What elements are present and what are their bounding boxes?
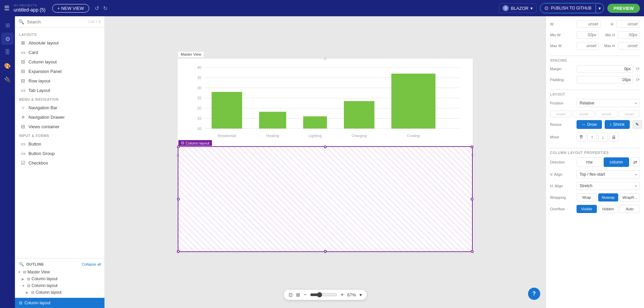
max-w-value[interactable]: unset xyxy=(577,42,599,50)
component-item-column[interactable]: ⊟ Column layout xyxy=(15,57,104,66)
unset-cell-2[interactable]: unset xyxy=(596,111,617,117)
sidebar-item-layers[interactable]: ⊞ xyxy=(1,19,14,31)
direction-row-button[interactable]: row xyxy=(577,157,602,167)
component-item-checkbox[interactable]: ☑ Checkbox xyxy=(15,158,104,168)
search-input[interactable] xyxy=(27,19,86,24)
move-down-button[interactable]: ↓ xyxy=(598,132,608,142)
tree-expand-master: ▼ xyxy=(18,270,22,274)
unset-cell-3[interactable]: unset xyxy=(619,111,640,117)
sidebar-item-palette[interactable]: 🎨 xyxy=(1,60,14,72)
right-panel: W unset H unset Min W 50px Min H 50px Ma… xyxy=(546,16,644,308)
component-label-checkbox: Checkbox xyxy=(28,160,48,166)
margin-value[interactable]: 0px xyxy=(577,65,633,73)
zoom-slider[interactable] xyxy=(310,292,337,297)
margin-label: Margin xyxy=(550,67,574,71)
publish-label: PUBLISH TO GITHUB xyxy=(551,6,591,11)
direction-column-button[interactable]: column xyxy=(604,157,629,167)
menu-icon[interactable]: ☰ xyxy=(4,4,9,12)
component-item-tab[interactable]: ▭ Tab Layout xyxy=(15,85,104,95)
component-item-button[interactable]: ▭ Button xyxy=(15,139,104,149)
component-item-navbar[interactable]: ○ Navigation Bar xyxy=(15,103,104,112)
absolute-icon: ⊞ xyxy=(20,40,26,45)
handle-top-right[interactable] xyxy=(471,146,473,148)
margin-sync-icon[interactable]: ⟳ xyxy=(636,66,640,72)
component-item-buttongroup[interactable]: ▭ Button Group xyxy=(15,149,104,158)
resize-edit-button[interactable]: ✎ xyxy=(632,120,642,129)
w-value[interactable]: unset xyxy=(577,20,601,28)
h-align-dropdown[interactable]: Stretch ▾ xyxy=(577,182,640,190)
component-item-navdrawer[interactable]: ≡ Navigation Drawer xyxy=(15,112,104,122)
handle-top-center[interactable] xyxy=(324,146,327,148)
zoom-dropdown-icon[interactable]: ▾ xyxy=(359,292,362,297)
svg-text:35: 35 xyxy=(197,76,201,80)
zoom-out-button[interactable]: − xyxy=(304,292,307,298)
overflow-hidden-button[interactable]: Hidden xyxy=(598,205,619,213)
bottom-selected-bar[interactable]: ⊟ Column layout xyxy=(15,298,104,308)
wrap-button[interactable]: Wrap xyxy=(577,193,597,201)
preview-button[interactable]: PREVIEW xyxy=(607,4,640,13)
tree-item-col3[interactable]: ▶ ⊟ Column layout xyxy=(15,289,104,296)
fit-icon[interactable]: ⊡ xyxy=(289,292,293,297)
tree-item-master-view[interactable]: ▼ ⊟ Master View xyxy=(15,269,104,275)
svg-text:10: 10 xyxy=(197,127,201,131)
min-w-value[interactable]: 50px xyxy=(577,31,599,39)
grow-button[interactable]: ↔ Grow xyxy=(577,120,602,129)
overflow-visible-button[interactable]: Visible xyxy=(577,205,597,213)
fit-all-icon[interactable]: ⊞ xyxy=(296,292,300,297)
v-align-dropdown[interactable]: Top / flex-start ▾ xyxy=(577,170,640,178)
padding-sync-icon[interactable]: ⟳ xyxy=(636,77,640,82)
component-item-row[interactable]: ⊟ Row layout xyxy=(15,76,104,85)
overflow-auto-button[interactable]: Auto xyxy=(620,205,640,213)
sidebar-item-plugins[interactable]: 🔌 xyxy=(1,73,14,85)
component-item-absolute[interactable]: ⊞ Absolute layout xyxy=(15,38,104,47)
component-label-expansion: Expansion Panel xyxy=(28,69,62,74)
handle-mid-left[interactable] xyxy=(177,198,180,200)
row-icon: ⊟ xyxy=(20,78,26,83)
nowrap-button[interactable]: Nowrap xyxy=(598,193,619,201)
bar-chart: 40 35 30 25 20 15 10 Residential Heating xyxy=(183,64,467,142)
move-bottom-button[interactable]: ⇊ xyxy=(609,132,619,142)
help-button[interactable]: ? xyxy=(528,288,540,300)
tree-item-col2[interactable]: ▼ ⊟ Column layout xyxy=(15,282,104,289)
project-name: untitled-app (5) xyxy=(14,7,45,13)
move-up-button[interactable]: ↑ xyxy=(587,132,597,142)
redo-icon[interactable]: ↻ xyxy=(103,5,108,12)
col-props-divider xyxy=(550,148,640,148)
sidebar-item-components[interactable]: ⊙ xyxy=(1,33,14,45)
zoom-in-button[interactable]: + xyxy=(340,292,344,298)
component-item-expansion[interactable]: ⊟ Expansion Panel xyxy=(15,66,104,76)
component-item-views[interactable]: ⊟ Views container xyxy=(15,122,104,131)
publish-button[interactable]: ⊙ PUBLISH TO GITHUB ▾ xyxy=(540,3,604,13)
publish-main-button[interactable]: ⊙ PUBLISH TO GITHUB xyxy=(540,3,596,13)
canvas-area[interactable]: Master View 40 xyxy=(105,16,546,308)
component-item-card[interactable]: ▭ Card xyxy=(15,47,104,57)
move-top-button[interactable]: ⇈ xyxy=(577,132,586,142)
zoom-level[interactable]: 67% xyxy=(347,292,356,297)
blazor-selector[interactable]: B BLAZOR ▾ xyxy=(499,3,536,13)
handle-bot-right[interactable] xyxy=(471,250,473,253)
tree-item-col1[interactable]: ▶ ⊟ Column layout xyxy=(15,275,104,282)
position-dropdown[interactable]: Relative ▾ xyxy=(577,99,640,107)
handle-top-left[interactable] xyxy=(177,146,180,148)
max-h-value[interactable]: unset xyxy=(618,42,640,50)
handle-bot-left[interactable] xyxy=(177,250,180,253)
column-layout-selected[interactable]: ⊟ Column layout xyxy=(178,146,473,252)
layouts-section-header: LAYOUTS xyxy=(15,30,104,38)
sidebar-item-database[interactable]: 🗄 xyxy=(1,46,14,58)
min-h-value[interactable]: 50px xyxy=(618,31,640,39)
undo-icon[interactable]: ↺ xyxy=(95,5,99,12)
shrink-button[interactable]: ↕ Shrink xyxy=(605,120,630,129)
collapse-all-button[interactable]: Collapse all xyxy=(82,262,101,266)
direction-swap-button[interactable]: ⇄ xyxy=(630,157,640,167)
handle-bot-center[interactable] xyxy=(324,250,327,253)
unset-cell-1[interactable]: unset xyxy=(573,111,594,117)
publish-dropdown-button[interactable]: ▾ xyxy=(596,4,604,13)
padding-value[interactable]: 16px xyxy=(577,76,633,83)
spacing-divider xyxy=(550,56,640,56)
handle-mid-right[interactable] xyxy=(471,198,473,200)
wrapr-button[interactable]: WrapR... xyxy=(620,193,640,201)
unset-cell-0[interactable]: unset xyxy=(550,111,571,117)
main-layout: ⊞ ⊙ 🗄 🎨 🔌 🔍 Ctrl + E LAYOUTS ⊞ Absolute … xyxy=(0,16,644,308)
h-value[interactable]: unset xyxy=(616,20,640,28)
new-view-button[interactable]: + NEW VIEW xyxy=(52,4,89,13)
